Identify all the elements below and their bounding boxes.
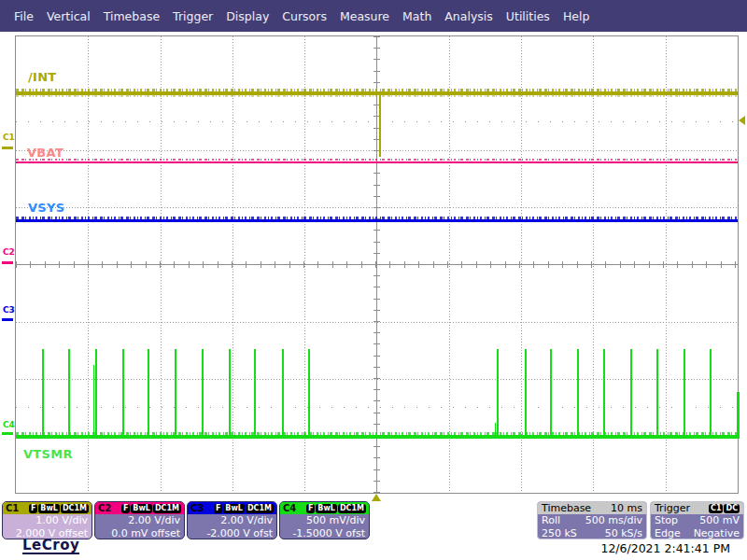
vtsmr-pulse [95, 349, 97, 439]
badge-f-c1: F [29, 504, 37, 513]
trigger-coupling-badge: DC [724, 504, 740, 513]
descriptor-vdiv-c1: 1.00 V/div [3, 514, 92, 527]
trigger-mode: Stop [655, 514, 678, 527]
trace-int-noise-below [16, 95, 738, 97]
vtsmr-pulse [229, 349, 231, 439]
vtsmr-pulse [577, 349, 579, 439]
trace-vtsmr [16, 435, 738, 439]
vtsmr-pulse [254, 349, 256, 439]
channel-offset-indicator-c3[interactable] [2, 318, 13, 321]
channel-marker-c2[interactable]: C2 [3, 247, 15, 257]
badge-f-c4: F [306, 504, 315, 513]
trigger-level-arrow-icon[interactable] [739, 116, 745, 125]
channel-descriptor-c4[interactable]: C4 F BwL DC1M 500 mV/div -1.5000 V ofst [279, 501, 370, 539]
timebase-rate: 50 kS/s [605, 527, 642, 540]
vtsmr-pulse [308, 349, 310, 439]
menu-item-file[interactable]: File [7, 9, 40, 23]
channel-offset-indicator-c1[interactable] [2, 147, 13, 149]
channel-marker-c3[interactable]: C3 [3, 305, 15, 315]
trace-vbat-noise [16, 159, 738, 161]
vtsmr-minor-pulse [93, 365, 94, 439]
badge-coupling-c4: DC1M [338, 504, 366, 513]
vtsmr-pulse [282, 349, 284, 439]
channel-offset-indicator-c2[interactable] [2, 261, 13, 264]
trace-vsys [16, 219, 738, 222]
trigger-title: Trigger [655, 502, 690, 514]
trace-vbat [16, 161, 738, 163]
badge-bwl-c1: BwL [38, 504, 60, 513]
menu-item-measure[interactable]: Measure [333, 9, 396, 23]
badge-bwl-c3: BwL [223, 504, 245, 513]
lecroy-logo: LeCroy [22, 538, 79, 554]
menu-item-vertical[interactable]: Vertical [40, 9, 97, 23]
trigger-type: Edge [655, 527, 681, 540]
trace-label-int: /INT [28, 70, 57, 84]
vtsmr-pulse [525, 349, 527, 439]
channel-descriptor-c1[interactable]: C1 F BwL DC1M 1.00 V/div 2.000 V offset [2, 501, 92, 539]
trigger-level: 500 mV [699, 514, 740, 527]
vtsmr-pulse [202, 349, 204, 439]
trigger-slope: Negative [694, 527, 740, 540]
oscilloscope-screen: { "colors": { "menubar": "#433d75", "c1"… [0, 0, 747, 560]
descriptor-offset-c4: -1.5000 V ofst [280, 527, 369, 540]
channel-marker-c4[interactable]: C4 [3, 420, 15, 429]
menu-item-display[interactable]: Display [219, 9, 275, 23]
center-horizontal-axis-ticks [16, 261, 738, 268]
menu-item-cursors[interactable]: Cursors [275, 9, 333, 23]
trace-int-trigger-pulse [379, 95, 381, 157]
vtsmr-pulse [710, 349, 712, 439]
descriptor-id-c3: C3 [190, 503, 204, 513]
vtsmr-pulse [550, 349, 552, 439]
badge-f-c2: F [121, 504, 130, 513]
channel-descriptor-c3[interactable]: C3 F BwL DC1M 2.00 V/div -2.000 V ofst [187, 501, 277, 539]
badge-coupling-c3: DC1M [246, 504, 274, 513]
descriptor-offset-c2: 0.0 mV offset [95, 527, 184, 540]
vtsmr-pulse [603, 349, 605, 439]
menu-bar: FileVerticalTimebaseTriggerDisplayCursor… [0, 0, 747, 32]
channel-descriptor-c2[interactable]: C2 F BwL DC1M 2.00 V/div 0.0 mV offset [94, 501, 185, 539]
waveform-grid: /INT VBAT VSYS VTSMR [15, 35, 739, 494]
channel-marker-c1[interactable]: C1 [3, 133, 15, 142]
descriptor-offset-c3: -2.000 V ofst [188, 527, 276, 540]
timebase-delay: 10 ms [611, 502, 642, 514]
vtsmr-pulse [42, 349, 44, 439]
minor-dot-row-upper [16, 121, 738, 122]
badge-bwl-c4: BwL [316, 504, 337, 513]
menu-item-math[interactable]: Math [396, 9, 438, 23]
trace-label-vsys: VSYS [28, 201, 64, 215]
vtsmr-pulse [148, 349, 149, 439]
trace-label-vbat: VBAT [27, 146, 63, 160]
descriptor-id-c1: C1 [6, 503, 19, 513]
channel-offset-indicator-c4[interactable] [2, 432, 13, 435]
descriptor-vdiv-c2: 2.00 V/div [95, 514, 184, 527]
vtsmr-pulse [656, 349, 658, 439]
trigger-descriptor[interactable]: Trigger C1 DC Stop 500 mV Edge Negative [650, 501, 744, 539]
menu-item-help[interactable]: Help [557, 9, 597, 23]
descriptor-id-c4: C4 [283, 503, 296, 513]
badge-bwl-c2: BwL [131, 504, 152, 513]
vtsmr-pulse [684, 349, 685, 439]
trigger-source-badge: C1 [709, 504, 723, 513]
badge-coupling-c2: DC1M [153, 504, 181, 513]
descriptor-id-c2: C2 [98, 503, 111, 513]
vtsmr-pulse [630, 349, 632, 439]
vtsmr-pulse [122, 349, 124, 439]
timebase-descriptor[interactable]: Timebase 10 ms Roll 500 ms/div 250 kS 50… [537, 501, 647, 539]
timestamp: 12/6/2021 2:41:41 PM [600, 541, 730, 555]
badge-coupling-c1: DC1M [61, 504, 89, 513]
menu-item-utilities[interactable]: Utilities [500, 9, 557, 23]
vtsmr-pulse [497, 349, 499, 439]
trace-label-vtsmr: VTSMR [23, 447, 73, 461]
timebase-mode: Roll [542, 514, 560, 527]
timebase-samples: 250 kS [542, 527, 577, 540]
descriptor-vdiv-c4: 500 mV/div [280, 514, 369, 527]
descriptor-vdiv-c3: 2.00 V/div [188, 514, 276, 527]
trigger-time-marker-icon[interactable] [372, 494, 381, 501]
timebase-scale: 500 ms/div [585, 514, 642, 527]
vtsmr-pulse [68, 349, 70, 439]
menu-item-analysis[interactable]: Analysis [438, 9, 500, 23]
vtsmr-pulse [175, 349, 176, 439]
badge-f-c3: F [214, 504, 222, 513]
menu-item-timebase[interactable]: Timebase [97, 9, 166, 23]
menu-item-trigger[interactable]: Trigger [166, 9, 219, 23]
